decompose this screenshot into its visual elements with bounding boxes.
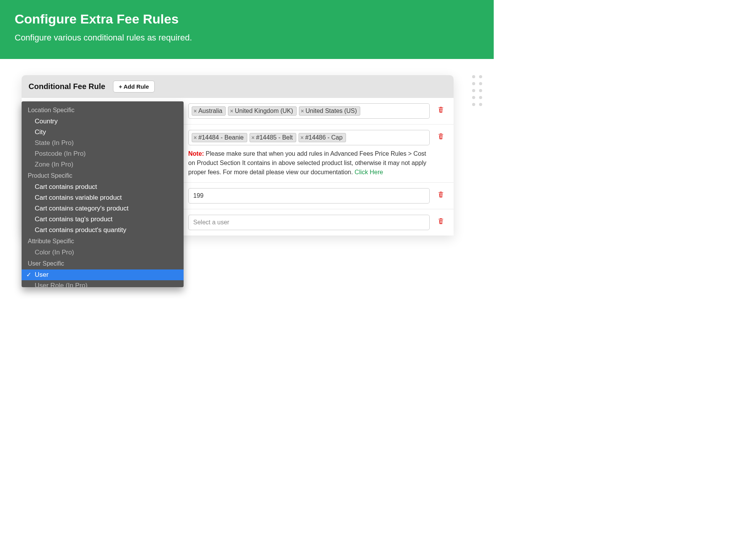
trash-icon[interactable] bbox=[437, 217, 444, 225]
decorative-dot-grid bbox=[472, 75, 482, 106]
trash-icon[interactable] bbox=[437, 132, 444, 140]
dropdown-item: State (In Pro) bbox=[22, 138, 184, 148]
dropdown-item[interactable]: Cart contains category's product bbox=[22, 203, 184, 214]
dropdown-group-label: User Specific bbox=[22, 258, 184, 269]
trash-icon[interactable] bbox=[437, 106, 444, 113]
tag-chip: ×United Kingdom (UK) bbox=[228, 106, 296, 116]
page-subtitle: Configure various conditional rules as r… bbox=[15, 33, 479, 43]
remove-tag-icon[interactable]: × bbox=[230, 108, 234, 114]
trash-icon[interactable] bbox=[437, 190, 444, 198]
panel-title: Conditional Fee Rule bbox=[29, 82, 105, 91]
remove-tag-icon[interactable]: × bbox=[300, 135, 304, 141]
tag-chip: ×#14485 - Belt bbox=[250, 133, 296, 142]
dropdown-item[interactable]: City bbox=[22, 127, 184, 138]
rule-note: Note: Please make sure that when you add… bbox=[188, 149, 430, 177]
dropdown-item[interactable]: Cart contains tag's product bbox=[22, 214, 184, 225]
dropdown-item: User Role (In Pro) bbox=[22, 280, 184, 287]
remove-tag-icon[interactable]: × bbox=[194, 135, 197, 141]
value-select-placeholder[interactable]: Select a user bbox=[188, 215, 430, 230]
page-title: Configure Extra Fee Rules bbox=[15, 12, 479, 27]
remove-tag-icon[interactable]: × bbox=[301, 108, 305, 114]
dropdown-item: Zone (In Pro) bbox=[22, 159, 184, 170]
panel-header: Conditional Fee Rule + Add Rule bbox=[22, 75, 454, 98]
header-banner: Configure Extra Fee Rules Configure vari… bbox=[0, 0, 494, 59]
dropdown-group-label: Attribute Specific bbox=[22, 236, 184, 247]
dropdown-item[interactable]: Cart contains variable product bbox=[22, 192, 184, 203]
fee-rule-panel: Conditional Fee Rule + Add Rule ) ×Austr… bbox=[22, 75, 454, 236]
dropdown-item[interactable]: Cart contains product's quantity bbox=[22, 225, 184, 236]
dropdown-item[interactable]: User bbox=[22, 269, 184, 280]
dropdown-item[interactable]: Country bbox=[22, 116, 184, 127]
tag-chip: ×United States (US) bbox=[299, 106, 361, 116]
note-text: Please make sure that when you add rules… bbox=[188, 150, 426, 175]
tag-chip: ×#14484 - Beanie bbox=[192, 133, 247, 142]
value-tag-input[interactable]: ×#14484 - Beanie ×#14485 - Belt ×#14486 … bbox=[188, 130, 430, 145]
dropdown-group-label: Location Specific bbox=[22, 104, 184, 116]
dropdown-item[interactable]: Cart contains product bbox=[22, 182, 184, 192]
dropdown-item: Color (In Pro) bbox=[22, 247, 184, 258]
value-tag-input[interactable]: ×Australia ×United Kingdom (UK) ×United … bbox=[188, 103, 430, 119]
condition-dropdown[interactable]: Location SpecificCountryCityState (In Pr… bbox=[22, 101, 184, 287]
dropdown-group-label: Product Specific bbox=[22, 170, 184, 182]
value-input[interactable]: 199 bbox=[188, 188, 430, 204]
add-rule-button[interactable]: + Add Rule bbox=[113, 81, 155, 93]
tag-chip: ×Australia bbox=[192, 106, 226, 116]
dropdown-item: Postcode (In Pro) bbox=[22, 148, 184, 159]
content-stage: Conditional Fee Rule + Add Rule ) ×Austr… bbox=[0, 59, 494, 236]
note-label: Note: bbox=[188, 150, 204, 157]
note-link[interactable]: Click Here bbox=[354, 169, 383, 175]
remove-tag-icon[interactable]: × bbox=[251, 135, 255, 141]
remove-tag-icon[interactable]: × bbox=[194, 108, 197, 114]
tag-chip: ×#14486 - Cap bbox=[299, 133, 346, 142]
